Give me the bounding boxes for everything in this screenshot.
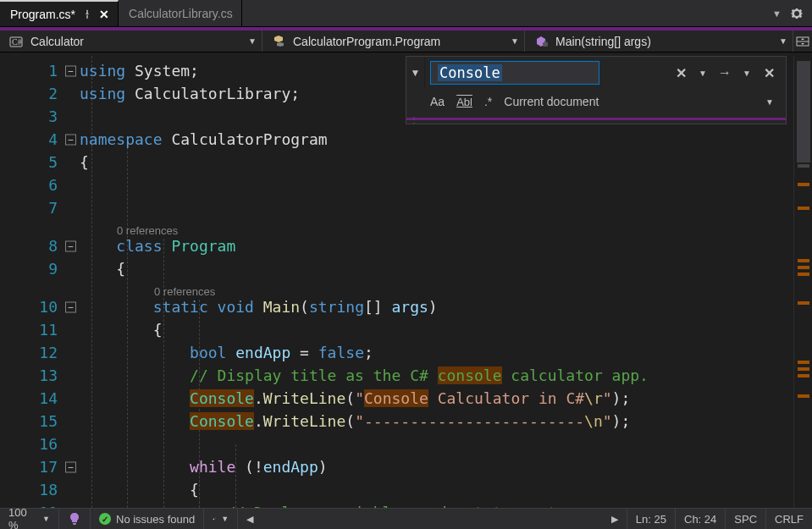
match-case-toggle[interactable]: Aa [430,95,445,108]
scroll-left-icon[interactable]: ◀ [246,514,253,525]
codelens-references[interactable]: 0 references [117,219,178,242]
horizontal-scrollbar[interactable]: ◀ ▶ [238,509,627,529]
tab-label: Program.cs* [10,8,75,21]
fold-icon[interactable]: − [65,461,76,472]
chevron-down-icon: ▼ [248,36,257,46]
tab-bar: Program.cs* ✕ CalculatorLibrary.cs ▼ [0,0,812,27]
chevron-down-icon: ▼ [511,36,519,46]
whole-word-toggle[interactable]: Abl [456,96,472,108]
regex-toggle[interactable]: .* [484,95,492,108]
csharp-icon: C# [8,35,24,48]
line-number-gutter: 1− 2 3 4− 5 6 7 8− 9 10− 11 12 13 14 15 … [0,56,80,508]
find-expand-toggle[interactable]: ▼ [406,57,425,89]
fold-icon[interactable]: − [65,65,76,76]
settings-gear-icon[interactable] [790,7,804,20]
chevron-down-icon: ▼ [765,97,774,107]
nav-member-label: Main(string[] args) [555,35,651,48]
find-dismiss-icon[interactable]: ✕ [760,65,777,81]
find-scope-label: Current document [504,95,599,108]
class-icon [271,35,286,48]
find-dropdown-icon[interactable]: ▼ [694,69,711,78]
nav-project-dropdown[interactable]: C# Calculator ▼ [0,30,262,52]
svg-text:C#: C# [12,37,22,47]
vertical-scrollbar[interactable] [793,56,812,508]
find-resize-grip[interactable] [406,120,786,124]
split-editor-icon[interactable] [793,35,812,48]
find-input[interactable]: Console [430,61,599,85]
find-widget: ▼ Console ✕ ▼ → ▼ ✕ Aa Abl .* Current do… [406,56,787,124]
method-icon [533,35,549,48]
zoom-level[interactable]: 100 %▼ [0,509,59,529]
tab-calculatorlibrary-cs[interactable]: CalculatorLibrary.cs [119,0,242,26]
fold-icon[interactable]: − [65,301,76,312]
chevron-down-icon: ▼ [779,36,787,46]
pin-icon[interactable] [82,9,92,19]
navigation-bar: C# Calculator ▼ CalculatorProgram.Progra… [0,27,812,52]
find-next-icon[interactable]: → [716,65,733,80]
nav-class-label: CalculatorProgram.Program [293,35,440,48]
intellisense-icon[interactable] [59,509,91,529]
build-icon[interactable]: ▼ [204,509,238,529]
error-status[interactable]: ✓ No issues found [91,509,204,529]
svg-rect-3 [544,41,546,43]
check-icon: ✓ [99,513,111,525]
line-ending[interactable]: CRLF [766,509,812,529]
find-options-icon[interactable]: ▼ [738,69,755,78]
cursor-col[interactable]: Ch: 24 [676,509,726,529]
tab-program-cs[interactable]: Program.cs* ✕ [0,0,119,26]
tab-overflow-icon[interactable]: ▼ [772,8,782,19]
nav-class-dropdown[interactable]: CalculatorProgram.Program ▼ [262,30,525,52]
cursor-line[interactable]: Ln: 25 [627,509,676,529]
scrollbar-thumb[interactable] [797,61,810,163]
nav-project-label: Calculator [30,35,84,48]
find-close-icon[interactable]: ✕ [672,65,689,81]
find-scope-dropdown[interactable]: Current document ▼ [504,95,779,108]
close-icon[interactable]: ✕ [99,8,109,21]
tab-label: CalculatorLibrary.cs [129,7,233,20]
nav-member-dropdown[interactable]: Main(string[] args) ▼ [525,30,793,52]
fold-icon[interactable]: − [65,240,76,251]
scroll-right-icon[interactable]: ▶ [611,514,618,525]
status-bar: 100 %▼ ✓ No issues found ▼ ◀ ▶ Ln: 25 Ch… [0,508,812,529]
indent-mode[interactable]: SPC [726,509,766,529]
codelens-references[interactable]: 0 references [154,280,215,303]
fold-icon[interactable]: − [65,134,76,145]
